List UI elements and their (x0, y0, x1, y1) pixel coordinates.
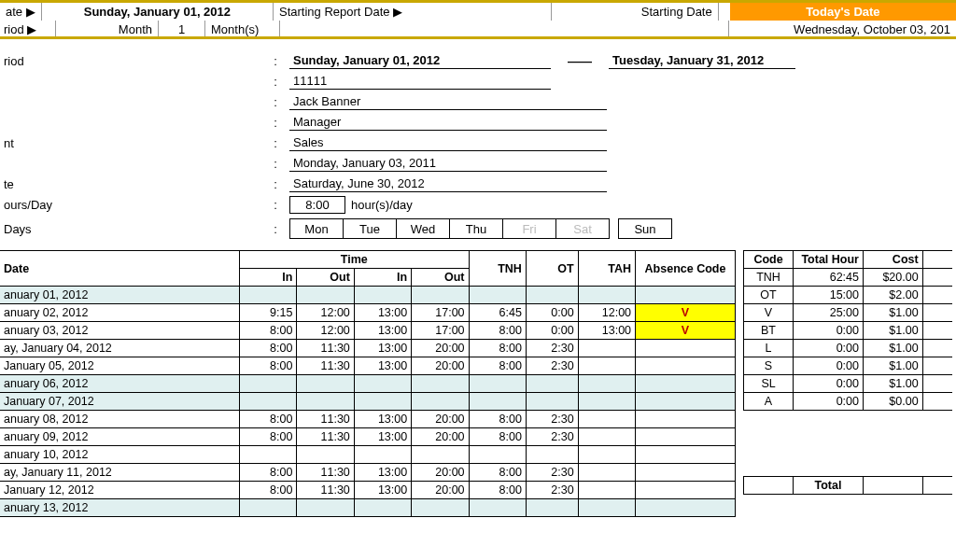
hours-unit: hour(s)/day (351, 198, 413, 212)
summary-row: OT15:00$2.00 (744, 287, 953, 304)
te-label: te (0, 177, 261, 191)
period-label: riod ▶ (0, 21, 56, 36)
row2-gap (280, 21, 728, 36)
topbar-gap (719, 3, 730, 21)
row2: riod ▶ Month 1 Month(s) Wednesday, Octob… (0, 21, 956, 39)
table-row[interactable]: anuary 13, 2012 (0, 499, 736, 517)
th-out2: Out (412, 269, 469, 287)
th-tnh: TNH (469, 251, 526, 287)
table-row[interactable]: January 07, 2012 (0, 393, 736, 411)
table-row[interactable]: January 05, 20128:0011:3013:0020:008:002… (0, 357, 736, 375)
table-row[interactable]: anuary 10, 2012 (0, 446, 736, 464)
summary-row: A0:00$0.00 (744, 393, 953, 411)
th-in1: In (240, 269, 297, 287)
summary-row: L0:00$1.00 (744, 340, 953, 357)
employee-title[interactable]: Manager (289, 114, 607, 131)
th-ot: OT (526, 251, 578, 287)
th-in2: In (354, 269, 411, 287)
period-end[interactable]: Tuesday, January 31, 2012 (609, 52, 795, 69)
day-sat[interactable]: Sat (555, 218, 610, 239)
summary-row: BT0:00$1.00 (744, 322, 953, 340)
table-row[interactable]: anuary 01, 2012 (0, 287, 736, 304)
day-wed[interactable]: Wed (396, 218, 450, 239)
timesheet-table[interactable]: Date Time TNH OT TAH Absence Code In Out… (0, 250, 736, 517)
period-start[interactable]: Sunday, January 01, 2012 (289, 52, 551, 69)
nt-label: nt (0, 136, 261, 150)
starting-report-label: Starting Report Date ▶ (274, 3, 552, 21)
day-mon[interactable]: Mon (289, 218, 344, 239)
hire-date[interactable]: Monday, January 03, 2011 (289, 155, 607, 172)
info-block: riod : Sunday, January 01, 2012 —— Tuesd… (0, 39, 956, 245)
th-code: Code (744, 251, 794, 269)
table-row[interactable]: anuary 08, 20128:0011:3013:0020:008:002:… (0, 411, 736, 428)
starting-date-label: Starting Date (552, 3, 719, 21)
th-cost: Cost (863, 251, 922, 269)
report-date[interactable]: Sunday, January 01, 2012 (42, 3, 274, 21)
th-tah: TAH (578, 251, 635, 287)
th-time: Time (240, 251, 469, 269)
th-date: Date (0, 251, 240, 287)
summary-row: SL0:00$1.00 (744, 375, 953, 393)
month-count[interactable]: 1 (159, 21, 205, 36)
day-tue[interactable]: Tue (343, 218, 397, 239)
table-row[interactable]: ay, January 11, 20128:0011:3013:0020:008… (0, 464, 736, 482)
summary-row: TNH62:45$20.00 (744, 269, 953, 287)
hours-per-day[interactable]: 8:00 (289, 196, 345, 214)
total-table: Total (743, 476, 952, 495)
date-label: ate ▶ (0, 3, 42, 21)
today-value: Wednesday, October 03, 201 (728, 21, 956, 36)
top-bar: ate ▶ Sunday, January 01, 2012 Starting … (0, 0, 956, 21)
period-row-label: riod (0, 54, 261, 68)
employee-id[interactable]: 11111 (289, 73, 551, 90)
th-total-hour: Total Hour (794, 251, 864, 269)
table-row[interactable]: ay, January 04, 20128:0011:3013:0020:008… (0, 340, 736, 357)
total-label: Total (794, 477, 864, 495)
today-header: Today's Date (730, 3, 956, 21)
summary-table[interactable]: Code Total Hour Cost TNH62:45$20.00OT15:… (743, 250, 952, 411)
summary-row: S0:00$1.00 (744, 357, 953, 375)
th-abs: Absence Code (636, 251, 736, 287)
summary-row: V25:00$1.00 (744, 304, 953, 322)
leave-date[interactable]: Saturday, June 30, 2012 (289, 175, 607, 192)
table-row[interactable]: anuary 06, 2012 (0, 375, 736, 393)
month-label[interactable]: Month (56, 21, 159, 36)
days-label: Days (0, 222, 261, 236)
hours-day-label: ours/Day (0, 198, 261, 212)
th-out1: Out (297, 269, 354, 287)
employee-name[interactable]: Jack Banner (289, 93, 607, 110)
months-unit: Month(s) (205, 21, 280, 36)
day-fri[interactable]: Fri (502, 218, 556, 239)
table-row[interactable]: anuary 03, 20128:0012:0013:0017:008:000:… (0, 322, 736, 340)
dash-icon: —— (551, 54, 609, 68)
table-row[interactable]: anuary 02, 20129:1512:0013:0017:006:450:… (0, 304, 736, 322)
day-thu[interactable]: Thu (449, 218, 503, 239)
table-row[interactable]: anuary 09, 20128:0011:3013:0020:008:002:… (0, 428, 736, 446)
department[interactable]: Sales (289, 134, 607, 151)
table-row[interactable]: January 12, 20128:0011:3013:0020:008:002… (0, 482, 736, 499)
day-sun[interactable]: Sun (618, 218, 672, 239)
